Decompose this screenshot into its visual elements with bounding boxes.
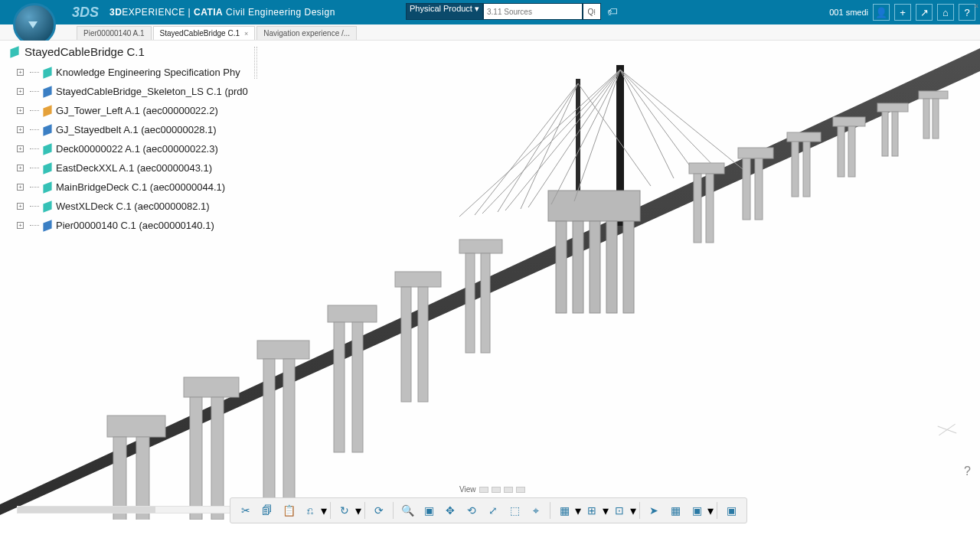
pan-button[interactable]: ✥ — [441, 501, 459, 520]
tree-item[interactable]: +StayedCableBridge_Skeleton_LS C.1 (prd0 — [9, 82, 285, 101]
layout-button[interactable]: ⊡ — [610, 501, 629, 520]
tree-item[interactable]: +WestXLDeck C.1 (aec00000082.1) — [9, 197, 285, 216]
svg-rect-7 — [606, 221, 617, 313]
frame-button[interactable]: ▣ — [420, 501, 438, 520]
svg-rect-49 — [352, 322, 363, 452]
view-segment[interactable] — [516, 487, 525, 493]
svg-rect-29 — [787, 132, 821, 142]
fit-button[interactable]: 🔍 — [398, 501, 416, 520]
section-button[interactable]: ▣ — [722, 501, 740, 520]
svg-rect-55 — [211, 397, 224, 520]
flyto-button[interactable]: ➤ — [645, 501, 663, 520]
view-segment[interactable] — [479, 487, 488, 493]
expand-icon[interactable]: + — [17, 222, 24, 229]
update-button[interactable]: ↻ — [335, 501, 354, 520]
tree-item[interactable]: +GJ_Tower_Left A.1 (aec00000022.2) — [9, 101, 285, 120]
view-segment[interactable] — [492, 487, 501, 493]
svg-rect-51 — [263, 359, 275, 504]
svg-line-14 — [574, 70, 620, 201]
tag-icon[interactable]: 🏷 — [607, 5, 618, 18]
svg-rect-31 — [803, 142, 810, 197]
svg-rect-27 — [743, 158, 750, 220]
expand-icon[interactable]: + — [17, 165, 24, 171]
svg-rect-34 — [848, 126, 855, 177]
tab-stayedcablebridge[interactable]: StayedCableBridge C.1× — [153, 26, 256, 40]
svg-rect-50 — [257, 341, 309, 359]
view-segment[interactable] — [504, 487, 513, 493]
help-icon[interactable]: ? — [959, 4, 975, 21]
search-button[interactable]: Q⁞ — [583, 3, 601, 20]
expand-icon[interactable]: + — [17, 184, 24, 191]
tower-icon — [42, 106, 53, 116]
box-button[interactable]: ▦ — [666, 501, 684, 520]
expand-icon[interactable]: + — [17, 107, 24, 114]
tree-resize-handle[interactable] — [253, 41, 257, 520]
refresh-button[interactable]: ⟳ — [370, 501, 388, 520]
help-icon[interactable]: ? — [964, 465, 971, 478]
tree-item[interactable]: +Deck00000022 A.1 (aec00000022.3) — [9, 139, 285, 158]
undo-button[interactable]: ⎌ — [301, 501, 319, 520]
tab-navigation[interactable]: Navigation experience /... — [256, 26, 357, 40]
svg-line-15 — [620, 70, 674, 178]
tree-item[interactable]: +Pier00000140 C.1 (aec00000140.1) — [9, 216, 285, 235]
svg-line-17 — [620, 70, 720, 172]
tree-scrollbar[interactable] — [17, 506, 247, 514]
svg-rect-40 — [933, 99, 939, 139]
tree-item[interactable]: +MainBridgeDeck C.1 (aec00000044.1) — [9, 178, 285, 197]
close-icon[interactable]: × — [244, 30, 248, 37]
search-input[interactable] — [483, 3, 583, 20]
svg-rect-26 — [738, 148, 773, 158]
rotate-button[interactable]: ⟲ — [462, 501, 481, 520]
search-bar: Physical Product Q⁞ 🏷 — [406, 3, 618, 20]
svg-rect-39 — [923, 99, 929, 139]
tree-item[interactable]: +EastDeckXXL A.1 (aec00000043.1) — [9, 158, 285, 178]
svg-rect-32 — [833, 117, 865, 126]
tree-item[interactable]: +Knowledge Engineering Specification Phy — [9, 63, 285, 82]
tree-item[interactable]: +GJ_Stayedbelt A.1 (aec00000028.1) — [9, 120, 285, 139]
deck-icon — [42, 144, 53, 155]
expand-icon[interactable]: + — [17, 126, 24, 133]
home-icon[interactable]: ⌂ — [937, 4, 954, 21]
knowledge-icon — [42, 67, 53, 78]
expand-icon[interactable]: + — [17, 88, 24, 95]
view-compass-icon[interactable] — [937, 416, 965, 443]
share-icon[interactable]: ↗ — [916, 4, 933, 21]
copy-button[interactable]: 🗐 — [258, 501, 276, 520]
add-icon[interactable]: + — [894, 4, 911, 21]
svg-rect-23 — [689, 163, 724, 174]
spec-tree: StayedCableBridge C.1 +Knowledge Enginee… — [9, 45, 285, 235]
search-scope-dropdown[interactable]: Physical Product — [406, 3, 483, 20]
user-icon[interactable]: 👤 — [873, 4, 890, 21]
svg-rect-35 — [877, 103, 908, 112]
app-header: 3DS 3DEXPERIENCE | CATIA Civil Engineeri… — [0, 0, 980, 24]
svg-line-12 — [528, 70, 620, 207]
view-bar: View — [459, 485, 525, 494]
svg-rect-30 — [792, 142, 799, 197]
look-button[interactable]: ⬚ — [505, 501, 524, 520]
tab-pier[interactable]: Pier00000140 A.1 — [77, 26, 152, 40]
svg-rect-37 — [892, 112, 898, 156]
expand-icon[interactable]: + — [17, 69, 24, 76]
deck-icon — [42, 163, 53, 174]
grid-button[interactable]: ⊞ — [583, 501, 601, 520]
svg-rect-44 — [395, 272, 441, 287]
box2-button[interactable]: ▣ — [688, 501, 706, 520]
expand-icon[interactable]: + — [17, 203, 24, 210]
center-button[interactable]: ⌖ — [527, 501, 545, 520]
expand-icon[interactable]: + — [17, 145, 24, 152]
zoom-button[interactable]: ⤢ — [484, 501, 502, 520]
document-tabs: Pier00000140 A.1 StayedCableBridge C.1× … — [0, 24, 980, 41]
tree-root[interactable]: StayedCableBridge C.1 — [9, 45, 285, 58]
brand-title: 3DEXPERIENCE | CATIA Civil Engineering D… — [109, 7, 335, 18]
svg-rect-54 — [190, 397, 202, 520]
collapse-tabs-icon[interactable]: « — [974, 2, 978, 10]
svg-rect-5 — [573, 221, 583, 313]
shade-button[interactable]: ▦ — [555, 501, 573, 520]
svg-rect-36 — [882, 112, 888, 156]
paste-button[interactable]: 📋 — [279, 501, 298, 520]
svg-rect-53 — [184, 377, 239, 397]
svg-rect-38 — [919, 91, 948, 99]
cut-button[interactable]: ✂ — [237, 501, 255, 520]
ds-logo: 3DS — [72, 5, 99, 21]
pier-icon — [42, 220, 53, 231]
